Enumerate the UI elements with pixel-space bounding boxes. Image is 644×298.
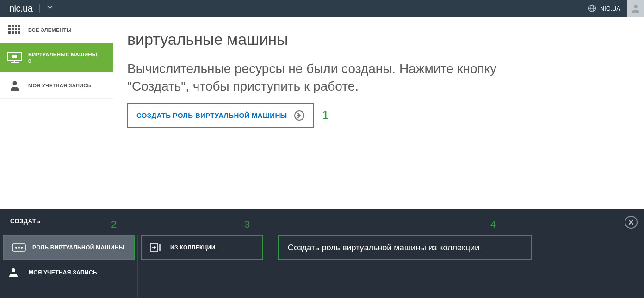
drawer-column-3: Создать роль виртуальной машины из колле… <box>266 235 644 298</box>
drawer-item-account[interactable]: МОЯ УЧЕТНАЯ ЗАПИСЬ <box>0 260 137 285</box>
close-icon <box>628 219 634 225</box>
drawer-item-label: ИЗ КОЛЛЕКЦИИ <box>170 244 216 251</box>
arrow-right-circle-icon <box>294 110 305 121</box>
sidebar-item-label: ВСЕ ЭЛЕМЕНТЫ <box>28 27 72 33</box>
sidebar-item-account[interactable]: МОЯ УЧЕТНАЯ ЗАПИСЬ <box>0 72 113 99</box>
drawer-title: СОЗДАТЬ <box>0 209 644 228</box>
person-icon <box>8 268 22 278</box>
drawer-column-1: РОЛЬ ВИРТУАЛЬНОЙ МАШИНЫ МОЯ УЧЕТНАЯ ЗАПИ… <box>0 235 138 298</box>
sidebar-item-vms[interactable]: ВИРТУАЛЬНЫЕ МАШИНЫ 0 <box>0 43 113 72</box>
annotation-1: 1 <box>322 108 329 122</box>
header: nic.ua NIC.UA <box>0 0 644 17</box>
drawer-action-label: Создать роль виртуальной машины из колле… <box>288 243 479 253</box>
svg-point-26 <box>12 268 15 272</box>
svg-rect-11 <box>18 28 20 30</box>
drawer-action-create-from-collection[interactable]: Создать роль виртуальной машины из колле… <box>278 235 532 260</box>
sidebar-item-label: МОЯ УЧЕТНАЯ ЗАПИСЬ <box>28 83 91 88</box>
globe-icon <box>588 4 596 12</box>
add-collection-icon <box>150 243 164 253</box>
chevron-down-icon <box>47 4 53 11</box>
create-button-label: СОЗДАТЬ РОЛЬ ВИРТУАЛЬНОЙ МАШИНЫ <box>136 111 287 119</box>
svg-rect-8 <box>8 28 11 30</box>
svg-point-3 <box>634 5 638 8</box>
sidebar: ВСЕ ЭЛЕМЕНТЫ ВИРТУАЛЬНЫЕ МАШИНЫ 0 МОЯ УЧ… <box>0 17 113 99</box>
org-label: NIC.UA <box>600 5 620 12</box>
svg-point-24 <box>18 247 20 249</box>
avatar[interactable] <box>627 0 644 17</box>
sidebar-item-label: ВИРТУАЛЬНЫЕ МАШИНЫ <box>28 51 97 58</box>
drawer-item-from-collection[interactable]: ИЗ КОЛЛЕКЦИИ <box>141 235 263 260</box>
sidebar-item-all[interactable]: ВСЕ ЭЛЕМЕНТЫ <box>0 17 113 43</box>
main-content: виртуальные машины Вычислительные ресурс… <box>113 17 644 141</box>
org-switcher[interactable]: NIC.UA <box>581 4 627 12</box>
dropdown-chevron[interactable] <box>40 4 60 12</box>
grid-icon <box>7 22 23 38</box>
drawer-item-label: МОЯ УЧЕТНАЯ ЗАПИСЬ <box>29 269 97 276</box>
drawer-column-2: ИЗ КОЛЛЕКЦИИ <box>138 235 266 298</box>
person-icon <box>7 78 23 93</box>
create-drawer: СОЗДАТЬ 2 3 4 РОЛЬ ВИРТУАЛЬНОЙ МАШИНЫ МО… <box>0 209 644 298</box>
monitor-icon <box>7 50 23 66</box>
svg-rect-12 <box>8 31 11 34</box>
svg-rect-14 <box>15 31 17 34</box>
drawer-item-label: РОЛЬ ВИРТУАЛЬНОЙ МАШИНЫ <box>32 244 124 251</box>
svg-rect-9 <box>12 28 14 30</box>
svg-rect-5 <box>12 25 14 27</box>
annotation-2: 2 <box>111 219 117 231</box>
svg-rect-17 <box>12 55 17 58</box>
svg-rect-7 <box>18 25 20 27</box>
person-icon <box>631 3 641 13</box>
svg-rect-10 <box>15 28 17 30</box>
svg-rect-6 <box>15 25 17 27</box>
logo[interactable]: nic.ua <box>0 3 39 14</box>
svg-rect-13 <box>12 31 14 34</box>
svg-point-25 <box>21 247 23 249</box>
annotation-4: 4 <box>490 219 496 231</box>
svg-point-23 <box>15 247 17 249</box>
svg-point-20 <box>13 81 17 85</box>
svg-rect-4 <box>8 25 11 27</box>
create-vm-role-button[interactable]: СОЗДАТЬ РОЛЬ ВИРТУАЛЬНОЙ МАШИНЫ <box>127 103 314 128</box>
svg-rect-15 <box>18 31 20 34</box>
vm-role-icon <box>12 243 26 253</box>
annotation-3: 3 <box>244 219 250 231</box>
page-description: Вычислительные ресурсы не были созданы. … <box>127 60 544 95</box>
drawer-item-vm-role[interactable]: РОЛЬ ВИРТУАЛЬНОЙ МАШИНЫ <box>3 235 135 260</box>
page-title: виртуальные машины <box>127 30 630 49</box>
sidebar-item-count: 0 <box>28 58 97 64</box>
close-button[interactable] <box>625 216 638 229</box>
